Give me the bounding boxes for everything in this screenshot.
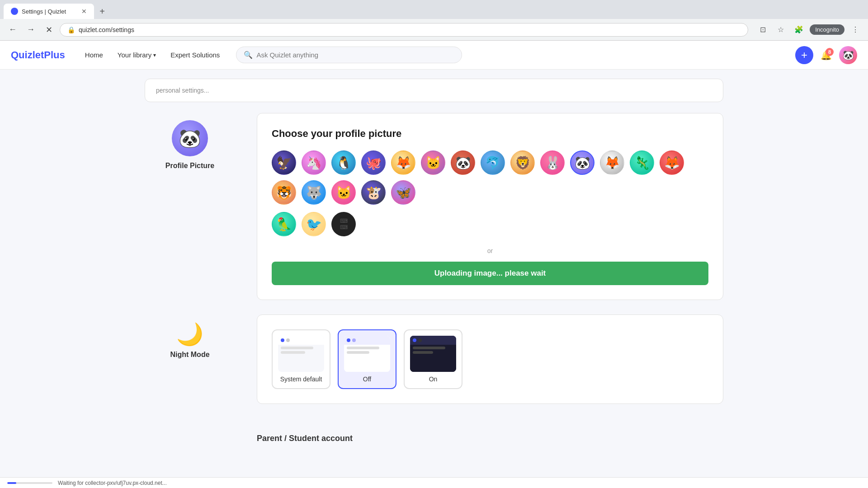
profile-picture-section: 🐼 Profile Picture Choose your profile pi…: [145, 113, 723, 300]
menu-icon[interactable]: ⋮: [848, 23, 863, 37]
active-tab[interactable]: Settings | Quizlet ✕: [4, 4, 94, 19]
avatar-options-row2: 🦜 🐦 ⌨ ⌨: [272, 212, 708, 236]
chevron-down-icon: ▾: [153, 52, 156, 58]
tab-favicon: [11, 8, 18, 15]
browser-right-icons: ⊡ ☆ 🧩 Incognito ⋮: [755, 23, 863, 37]
avatar-option-15[interactable]: 🐯: [272, 180, 296, 205]
search-icon: 🔍: [244, 51, 253, 59]
preview-q-dot: [347, 338, 350, 342]
avatar-option-5[interactable]: 🦊: [391, 150, 415, 175]
settings-container: personal settings... 🐼 Profile Picture C…: [145, 70, 723, 465]
app: QuizletPlus Home Your library ▾ Expert S…: [0, 41, 868, 465]
night-mode-label-col: 🌙 Night Mode: [145, 314, 235, 404]
nav-links: Home Your library ▾ Expert Solutions: [80, 47, 226, 62]
avatar-option-12[interactable]: 🦊: [600, 150, 624, 175]
browser-chrome: Settings | Quizlet ✕ + ← → ✕ 🔒 quizlet.c…: [0, 0, 868, 41]
parent-student-label: Parent / Student account: [257, 434, 353, 443]
avatar-option-22[interactable]: ⌨ ⌨: [331, 212, 356, 236]
avatar-option-9[interactable]: 🦁: [510, 150, 535, 175]
night-mode-icon: 🌙: [176, 322, 203, 347]
preview-q-on2: [418, 338, 422, 342]
avatar-option-17[interactable]: 🐱: [331, 180, 356, 205]
avatar-option-4[interactable]: 🐙: [361, 150, 386, 175]
avatar-option-1[interactable]: 🦅: [272, 150, 296, 175]
nav-expert[interactable]: Expert Solutions: [165, 47, 225, 62]
bottom-partial-section: Parent / Student account: [145, 418, 723, 450]
url-text: quizlet.com/settings: [79, 26, 741, 33]
logo[interactable]: QuizletPlus: [11, 49, 65, 61]
avatar-option-6[interactable]: 🐱: [421, 150, 445, 175]
tab-title: Settings | Quizlet: [22, 8, 66, 15]
avatar-option-11[interactable]: 🐼: [570, 150, 594, 175]
profile-picture-content: Choose your profile picture 🦅 🦄 🐧 🐙 🦊 🐱 …: [257, 113, 723, 300]
partial-content: personal settings...: [156, 87, 209, 94]
profile-picture-label-col: 🐼 Profile Picture: [145, 113, 235, 300]
add-button[interactable]: +: [795, 46, 813, 64]
top-partial-section: personal settings...: [145, 79, 723, 102]
off-preview-header: [344, 336, 390, 345]
night-mode-label: Night Mode: [170, 351, 209, 359]
avatar-option-10[interactable]: 🐰: [540, 150, 565, 175]
preview-q-dot2: [352, 338, 356, 342]
avatar-option-7[interactable]: 🐼: [451, 150, 475, 175]
forward-button[interactable]: →: [24, 23, 38, 37]
nav-right: + 🔔 8 🐼: [795, 46, 857, 64]
avatar-option-3[interactable]: 🐧: [331, 150, 356, 175]
tab-close-button[interactable]: ✕: [81, 8, 87, 15]
night-mode-on[interactable]: On: [404, 329, 462, 389]
nav-library[interactable]: Your library ▾: [112, 47, 161, 62]
main-nav: QuizletPlus Home Your library ▾ Expert S…: [0, 41, 868, 70]
avatar-option-20[interactable]: 🦜: [272, 212, 296, 236]
on-preview-content: [410, 345, 456, 372]
back-button[interactable]: ←: [5, 23, 20, 37]
preview-q-on: [413, 338, 416, 342]
cast-icon[interactable]: ⊡: [755, 23, 770, 37]
profile-picture-title: Choose your profile picture: [272, 128, 708, 140]
avatar-option-13[interactable]: 🦎: [630, 150, 654, 175]
preview-line: [281, 347, 313, 349]
incognito-button[interactable]: Incognito: [810, 24, 844, 35]
off-label: Off: [344, 375, 390, 383]
preview-dot-gray: [286, 338, 290, 342]
search-bar[interactable]: 🔍: [236, 47, 462, 63]
avatar-option-14[interactable]: 🦊: [660, 150, 684, 175]
avatar-options-row1: 🦅 🦄 🐧 🐙 🦊 🐱 🐼 🐬 🦁 🐰 🐼 🦊 🦎 🦊: [272, 150, 708, 205]
avatar-option-2[interactable]: 🦄: [302, 150, 326, 175]
off-preview-content: [344, 345, 390, 372]
preview-line-off1: [347, 347, 379, 349]
avatar-option-8[interactable]: 🐬: [481, 150, 505, 175]
reload-button[interactable]: ✕: [42, 23, 56, 37]
preview-line-off2: [347, 351, 369, 354]
preview-line-on2: [413, 351, 433, 354]
on-label: On: [410, 375, 456, 383]
address-bar[interactable]: 🔒 quizlet.com/settings: [60, 23, 748, 37]
or-divider: or: [272, 247, 708, 254]
avatar-option-18[interactable]: 🐮: [361, 180, 386, 205]
avatar-option-21[interactable]: 🐦: [302, 212, 326, 236]
user-avatar[interactable]: 🐼: [839, 46, 857, 64]
tab-bar: Settings | Quizlet ✕ +: [0, 0, 868, 19]
on-preview: [410, 336, 456, 372]
bottom-section-title: Parent / Student account: [257, 426, 723, 443]
night-mode-off[interactable]: Off: [338, 329, 396, 389]
notification-badge: 8: [826, 48, 834, 56]
browser-toolbar: ← → ✕ 🔒 quizlet.com/settings ⊡ ☆ 🧩 Incog…: [0, 19, 868, 41]
off-preview: [344, 336, 390, 372]
profile-picture-label: Profile Picture: [165, 162, 214, 170]
night-mode-system[interactable]: System default: [272, 329, 330, 389]
bookmark-icon[interactable]: ☆: [774, 23, 788, 37]
avatar-option-16[interactable]: 🐺: [302, 180, 326, 205]
notifications-button[interactable]: 🔔 8: [821, 50, 832, 61]
new-tab-button[interactable]: +: [96, 5, 108, 18]
search-input[interactable]: [256, 51, 454, 59]
system-preview: [278, 336, 324, 372]
night-mode-section: 🌙 Night Mode: [145, 314, 723, 404]
extension-icon[interactable]: 🧩: [792, 23, 806, 37]
upload-image-button[interactable]: Uploading image... please wait: [272, 262, 708, 285]
preview-line-2: [281, 351, 305, 354]
system-default-label: System default: [278, 375, 324, 383]
system-preview-content: [278, 345, 324, 372]
nav-home[interactable]: Home: [80, 47, 108, 62]
system-preview-header: [278, 336, 324, 345]
avatar-option-19[interactable]: 🦋: [391, 180, 415, 205]
